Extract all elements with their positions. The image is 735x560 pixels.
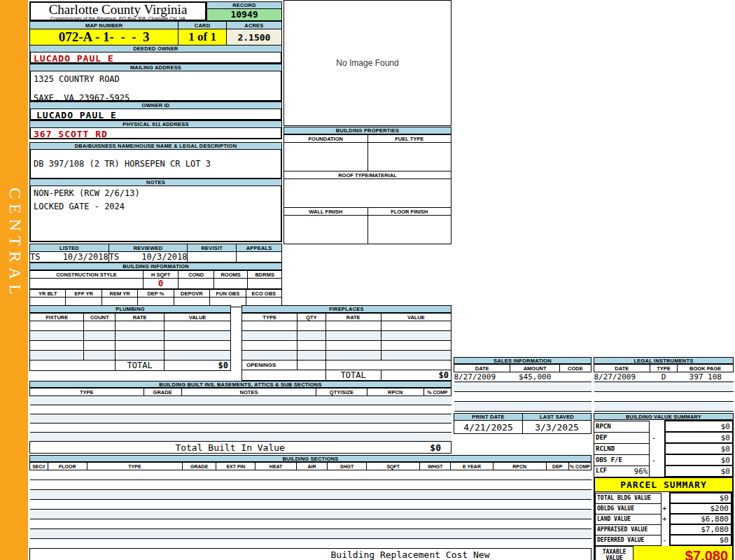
physical-address-section: PHYSICAL 911 ADDRESS 367 SCOTT RD xyxy=(29,120,282,139)
col-e-year: E YEAR xyxy=(451,463,493,470)
parcel-summary-title: PARCEL SUMMARY xyxy=(595,478,732,492)
built-ins-total-label: Total Built In Value xyxy=(30,442,430,453)
hsqft-value: 0 xyxy=(144,279,178,289)
deferred-value-op: - xyxy=(662,535,671,545)
empty-row xyxy=(30,480,592,490)
col-rem-yr: REM YR xyxy=(102,290,137,298)
building-value-summary-title: BUILDING VALUE SUMMARY xyxy=(594,413,734,420)
built-ins-total-row: Total Built In Value $0 xyxy=(30,442,451,454)
empty-row xyxy=(454,382,592,392)
col-bookpage: BOOK PAGE xyxy=(678,365,734,372)
building-sections-title: BUILDING SECTIONS xyxy=(29,455,592,462)
legal-instruments-table: DATE TYPE BOOK PAGE 8/27/2009 D 397 108 xyxy=(594,364,734,412)
col-fun-obs: FUN OBS xyxy=(210,290,246,298)
taxable-value: $7,080 xyxy=(634,546,732,560)
col-dep-pct: DEP % xyxy=(138,290,174,298)
empty-cell xyxy=(242,351,298,360)
note-line1: NON-PERK (RCW 2/6/13) xyxy=(34,188,278,198)
built-ins-section: BUILDING BUILT INS, BASEMENTS, ATTICS & … xyxy=(29,381,451,454)
building-info-title: BUILDING INFORMATION xyxy=(29,262,282,270)
empty-cell xyxy=(242,321,298,331)
parcel-summary-section: PARCEL SUMMARY TOTAL BLDG VALUE $0 OBLDG… xyxy=(594,477,734,560)
building-properties-section: BUILDING PROPERTIES FOUNDATION FUEL TYPE… xyxy=(284,127,451,244)
empty-cell xyxy=(30,360,115,371)
building-properties-table: FOUNDATION FUEL TYPE ROOF TYPE/MATERIAL … xyxy=(284,134,451,244)
empty-cell xyxy=(326,360,451,370)
empty-cell xyxy=(30,331,84,341)
col-value: VALUE xyxy=(381,314,451,321)
revisit-label: REVISIT xyxy=(188,244,237,252)
empty-cell xyxy=(115,331,164,341)
taxable-value-row: TAXABLE VALUE $7,080 xyxy=(595,546,732,560)
legal-description-label: DBA/BUISNESS NAME/HOUSE NAME & LEGAL DES… xyxy=(29,142,282,150)
empty-row xyxy=(30,424,451,433)
lcf-label-text: LCF xyxy=(596,467,607,474)
land-value-op: + xyxy=(662,514,671,524)
empty-row xyxy=(30,490,592,500)
roof-type-label: ROOF TYPE/MATERIAL xyxy=(284,172,451,179)
physical-address-label: PHYSICAL 911 ADDRESS xyxy=(29,120,282,128)
empty-cell xyxy=(84,351,115,360)
sale-date: 8/27/2009 xyxy=(454,372,510,382)
mailing-address-label: MAILING ADDRESS xyxy=(29,64,282,71)
plumbing-total-value: $0 xyxy=(164,360,231,371)
empty-cell xyxy=(298,351,326,360)
fireplaces-section: FIREPLACES TYPE QTY RATE VALUE OPENINGS … xyxy=(241,305,451,381)
listed-value: TS 10/3/2018 xyxy=(30,252,109,262)
foundation-label: FOUNDATION xyxy=(284,135,368,143)
col-amount: AMOUNT xyxy=(510,365,560,372)
bdrms-value xyxy=(248,279,282,289)
print-date-label: PRINT DATE xyxy=(454,414,523,421)
empty-row xyxy=(30,414,451,424)
legal-instruments-section: LEGAL INSTRUMENTS DATE TYPE BOOK PAGE 8/… xyxy=(594,357,734,412)
col-type: TYPE xyxy=(650,365,678,372)
obldg-value-op: + xyxy=(662,503,671,514)
record-value: 10949 xyxy=(206,9,282,21)
empty-row xyxy=(30,396,451,405)
col-rpcn: RPCN xyxy=(493,463,546,470)
col-pct-comp: % COMP xyxy=(568,463,591,470)
plumbing-section: PLUMBING FIXTURE COUNT RATE VALUE TOTAL … xyxy=(29,305,231,371)
building-value-summary-section: BUILDING VALUE SUMMARY RPCN $0 DEP - $0 … xyxy=(594,413,734,477)
empty-cell xyxy=(326,341,381,351)
instrument-bookpage: 397 108 xyxy=(678,372,734,382)
wall-finish-value xyxy=(284,216,368,244)
col-date: DATE xyxy=(454,365,510,372)
building-sections-table: SEC# FLOOR TYPE GRADE EXT FIN HEAT AIR S… xyxy=(29,462,592,560)
empty-cell xyxy=(381,341,451,351)
built-ins-title: BUILDING BUILT INS, BASEMENTS, ATTICS & … xyxy=(29,381,451,388)
col-fixture: FIXTURE xyxy=(30,314,84,321)
col-floor: FLOOR xyxy=(48,463,87,470)
fuel-type-label: FUEL TYPE xyxy=(368,135,451,143)
rclnd-value: $0 xyxy=(665,443,733,454)
plumbing-total-label: TOTAL xyxy=(115,360,164,371)
deeded-owner-label: DEEDED OWNER xyxy=(29,45,282,52)
property-photo-placeholder: No Image Found xyxy=(284,0,451,126)
col-qty: QTY xyxy=(298,314,326,321)
col-code: CODE xyxy=(559,365,591,372)
acres-label: ACRES xyxy=(226,22,281,29)
empty-cell xyxy=(242,341,298,351)
dep-value: $0 xyxy=(665,432,733,443)
foundation-value xyxy=(284,143,368,172)
map-table: MAP NUMBER CARD ACRES 072-A - 1- - - 3 1… xyxy=(29,21,282,46)
col-cond: COND xyxy=(178,271,214,279)
appeals-label: APPEALS xyxy=(237,244,282,252)
building-properties-title: BUILDING PROPERTIES xyxy=(284,127,451,134)
col-yr-blt: YR BLT xyxy=(30,290,66,298)
rclnd-op xyxy=(650,443,665,454)
col-shgt: SHGT xyxy=(328,463,367,470)
empty-row xyxy=(30,433,451,442)
rpcn-value: $0 xyxy=(665,421,733,432)
empty-cell xyxy=(381,321,451,331)
lcf-op xyxy=(650,465,665,477)
col-whgt: WHGT xyxy=(420,463,451,470)
mailing-line1: 1325 COUNTRY ROAD xyxy=(34,74,278,84)
col-ext-fin: EXT FIN xyxy=(216,463,255,470)
parcel-summary-table: TOTAL BLDG VALUE $0 OBLDG VALUE + $200 L… xyxy=(595,492,732,546)
empty-cell xyxy=(30,341,84,351)
roof-type-value xyxy=(284,179,451,208)
col-construction-style: CONSTRUCTION STYLE xyxy=(30,271,144,279)
sale-code xyxy=(559,372,591,382)
review-section: LISTED REVIEWED REVISIT APPEALS TS 10/3/… xyxy=(29,244,282,262)
